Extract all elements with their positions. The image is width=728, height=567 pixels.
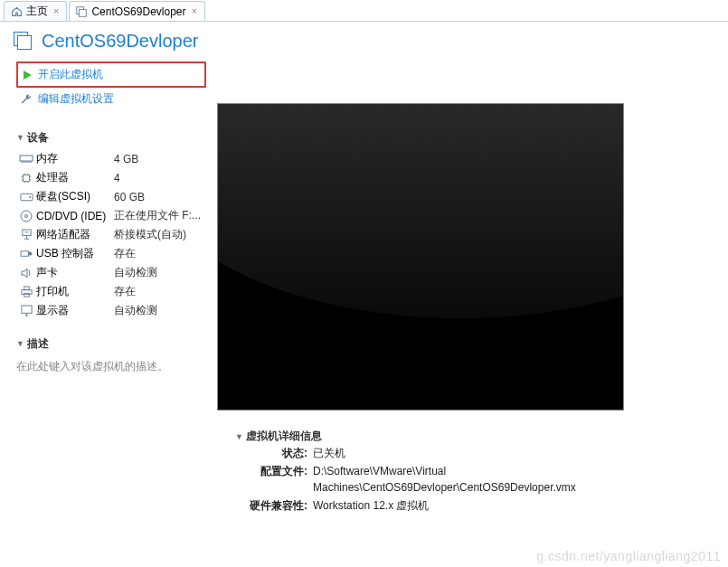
detail-row-status: 状态: 已关机 <box>235 444 717 462</box>
collapse-icon: ▼ <box>16 133 24 142</box>
cpu-icon <box>16 172 36 184</box>
close-icon[interactable]: × <box>52 6 61 16</box>
description-title: 描述 <box>27 336 49 352</box>
display-icon <box>16 305 36 317</box>
cd-icon <box>16 210 36 222</box>
device-label: 硬盘(SCSI) <box>36 189 114 204</box>
device-label: 处理器 <box>36 170 114 185</box>
device-label: 打印机 <box>36 284 114 299</box>
device-value: 桥接模式(自动) <box>114 227 186 242</box>
device-row[interactable]: 声卡自动检测 <box>16 263 206 282</box>
detail-key: 硬件兼容性: <box>235 497 307 514</box>
power-on-label: 开启此虚拟机 <box>38 67 103 82</box>
svg-rect-1 <box>80 9 87 16</box>
tab-bar: 主页 × CentOS69Devloper × <box>0 0 728 22</box>
svg-rect-3 <box>24 175 30 181</box>
printer-icon <box>16 286 36 298</box>
tab-home[interactable]: 主页 × <box>4 1 67 21</box>
device-label: 声卡 <box>36 265 114 280</box>
device-row[interactable]: 处理器4 <box>16 168 206 187</box>
disk-icon <box>16 192 36 203</box>
device-value: 自动检测 <box>114 265 157 280</box>
edit-settings-label: 编辑虚拟机设置 <box>38 91 114 107</box>
svg-point-5 <box>29 196 31 198</box>
detail-value: Workstation 12.x 虚拟机 <box>307 497 429 514</box>
device-value: 4 <box>114 172 120 184</box>
device-value: 自动检测 <box>114 303 157 318</box>
device-label: 网络适配器 <box>36 227 114 242</box>
highlight-box: 开启此虚拟机 <box>16 61 206 88</box>
devices-title: 设备 <box>27 130 49 146</box>
device-value: 60 GB <box>114 191 145 203</box>
vm-stack-icon <box>75 5 88 18</box>
description-section-header[interactable]: ▼ 描述 <box>16 329 206 355</box>
device-value: 存在 <box>114 246 136 261</box>
memory-icon <box>16 154 36 165</box>
device-row[interactable]: 硬盘(SCSI)60 GB <box>16 187 206 206</box>
detail-row-compat: 硬件兼容性: Workstation 12.x 虚拟机 <box>235 496 717 515</box>
home-icon <box>10 5 23 18</box>
device-label: 内存 <box>36 151 114 166</box>
svg-point-7 <box>25 214 28 217</box>
vm-preview[interactable] <box>217 103 624 411</box>
net-icon <box>16 229 36 241</box>
vm-stack-icon <box>11 29 34 52</box>
detail-value: D:\Software\VMware\Virtual Machines\Cent… <box>307 463 651 496</box>
device-value: 正在使用文件 F:... <box>114 208 201 223</box>
edit-settings-button[interactable]: 编辑虚拟机设置 <box>16 90 206 114</box>
device-row[interactable]: 内存4 GB <box>16 149 206 168</box>
device-row[interactable]: 打印机存在 <box>16 282 206 301</box>
device-row[interactable]: CD/DVD (IDE)正在使用文件 F:... <box>16 206 206 225</box>
vm-details: ▼ 虚拟机详细信息 状态: 已关机 配置文件: D:\Software\VMwa… <box>217 429 717 515</box>
sound-icon <box>16 267 36 279</box>
tab-label: CentOS69Devloper <box>91 5 185 18</box>
detail-key: 状态: <box>235 445 307 461</box>
devices-section-header[interactable]: ▼ 设备 <box>16 123 206 149</box>
description-placeholder[interactable]: 在此处键入对该虚拟机的描述。 <box>16 355 206 378</box>
tab-label: 主页 <box>26 4 48 19</box>
svg-rect-14 <box>21 306 31 313</box>
detail-row-config: 配置文件: D:\Software\VMware\Virtual Machine… <box>235 462 717 496</box>
svg-rect-9 <box>21 251 28 257</box>
power-on-button[interactable]: 开启此虚拟机 <box>20 65 204 84</box>
collapse-icon: ▼ <box>16 339 24 348</box>
device-row[interactable]: 显示器自动检测 <box>16 301 206 320</box>
close-icon[interactable]: × <box>190 6 199 16</box>
collapse-icon: ▼ <box>235 432 243 441</box>
svg-point-6 <box>21 211 32 222</box>
play-icon <box>22 70 33 80</box>
device-value: 4 GB <box>114 153 138 165</box>
device-label: 显示器 <box>36 303 114 318</box>
device-value: 存在 <box>114 284 136 299</box>
preview-gloss <box>217 103 624 318</box>
device-label: USB 控制器 <box>36 246 114 261</box>
device-row[interactable]: USB 控制器存在 <box>16 244 206 263</box>
detail-value: 已关机 <box>307 445 345 461</box>
svg-rect-12 <box>24 287 29 290</box>
usb-icon <box>16 249 36 259</box>
page-title-row: CentOS69Devloper <box>0 22 728 58</box>
svg-rect-2 <box>20 156 33 161</box>
device-row[interactable]: 网络适配器桥接模式(自动) <box>16 225 206 244</box>
wrench-icon <box>20 93 33 106</box>
page-title: CentOS69Devloper <box>42 31 198 52</box>
device-list: 内存4 GB处理器4硬盘(SCSI)60 GBCD/DVD (IDE)正在使用文… <box>16 149 206 320</box>
details-title: 虚拟机详细信息 <box>246 429 322 444</box>
device-label: CD/DVD (IDE) <box>36 210 114 222</box>
svg-rect-10 <box>28 252 32 256</box>
tab-vm[interactable]: CentOS69Devloper × <box>69 1 205 21</box>
details-section-header[interactable]: ▼ 虚拟机详细信息 <box>235 429 717 444</box>
detail-key: 配置文件: <box>235 463 307 496</box>
